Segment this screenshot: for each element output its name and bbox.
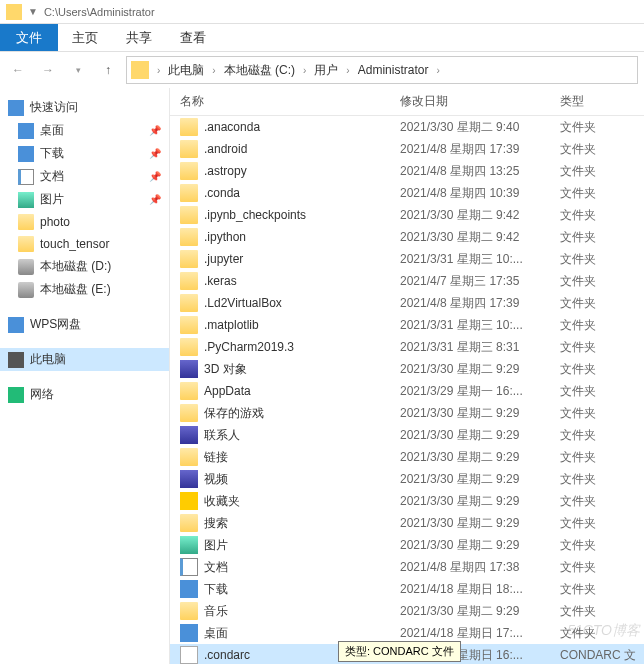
file-row[interactable]: 视频2021/3/30 星期二 9:29文件夹 [170, 468, 644, 490]
col-type[interactable]: 类型 [560, 93, 644, 110]
file-date: 2021/3/30 星期二 9:42 [400, 229, 560, 246]
menu-share[interactable]: 共享 [112, 24, 166, 51]
sidebar-item[interactable]: 本地磁盘 (D:) [0, 255, 169, 278]
sidebar-item[interactable]: photo [0, 211, 169, 233]
file-row[interactable]: .matplotlib2021/3/31 星期三 10:...文件夹 [170, 314, 644, 336]
file-row[interactable]: 收藏夹2021/3/30 星期二 9:29文件夹 [170, 490, 644, 512]
back-button[interactable]: ← [6, 58, 30, 82]
chevron-right-icon[interactable]: › [301, 65, 308, 76]
file-type: 文件夹 [560, 559, 596, 576]
file-type: 文件夹 [560, 273, 596, 290]
file-row[interactable]: .astropy2021/4/8 星期四 13:25文件夹 [170, 160, 644, 182]
file-date: 2021/4/18 星期日 18:... [400, 581, 560, 598]
file-name: 联系人 [204, 427, 400, 444]
menubar: 文件 主页 共享 查看 [0, 24, 644, 52]
sidebar-item[interactable]: 桌面📌 [0, 119, 169, 142]
file-icon [180, 228, 198, 246]
file-date: 2021/3/30 星期二 9:29 [400, 515, 560, 532]
sidebar-network[interactable]: 网络 [0, 383, 169, 406]
breadcrumb[interactable]: › 此电脑 › 本地磁盘 (C:) › 用户 › Administrator › [126, 56, 638, 84]
col-name[interactable]: 名称 [170, 93, 400, 110]
item-icon [18, 282, 34, 298]
up-button[interactable]: ↑ [96, 58, 120, 82]
file-row[interactable]: AppData2021/3/29 星期一 16:...文件夹 [170, 380, 644, 402]
file-date: 2021/3/30 星期二 9:42 [400, 207, 560, 224]
bc-seg[interactable]: 用户 [310, 62, 342, 79]
menu-home[interactable]: 主页 [58, 24, 112, 51]
menu-file[interactable]: 文件 [0, 24, 58, 51]
sidebar-wps[interactable]: WPS网盘 [0, 313, 169, 336]
chevron-right-icon[interactable]: › [155, 65, 162, 76]
sidebar-label: 网络 [30, 386, 54, 403]
file-row[interactable]: .keras2021/4/7 星期三 17:35文件夹 [170, 270, 644, 292]
sidebar-item-label: 本地磁盘 (E:) [40, 281, 111, 298]
file-row[interactable]: 联系人2021/3/30 星期二 9:29文件夹 [170, 424, 644, 446]
sidebar-item[interactable]: touch_tensor [0, 233, 169, 255]
watermark: 51CTO博客 [567, 622, 640, 640]
file-name: 搜索 [204, 515, 400, 532]
sidebar-item[interactable]: 本地磁盘 (E:) [0, 278, 169, 301]
file-row[interactable]: .ipython2021/3/30 星期二 9:42文件夹 [170, 226, 644, 248]
file-icon [180, 382, 198, 400]
sidebar-item[interactable]: 文档📌 [0, 165, 169, 188]
column-headers[interactable]: 名称 修改日期 类型 [170, 88, 644, 116]
chevron-right-icon[interactable]: › [434, 65, 441, 76]
file-icon [180, 514, 198, 532]
file-type: 文件夹 [560, 427, 596, 444]
sidebar-item[interactable]: 下载📌 [0, 142, 169, 165]
file-row[interactable]: 文档2021/4/8 星期四 17:38文件夹 [170, 556, 644, 578]
file-icon [180, 558, 198, 576]
file-row[interactable]: 搜索2021/3/30 星期二 9:29文件夹 [170, 512, 644, 534]
file-row[interactable]: 图片2021/3/30 星期二 9:29文件夹 [170, 534, 644, 556]
file-name: .PyCharm2019.3 [204, 340, 400, 354]
file-type: 文件夹 [560, 251, 596, 268]
titlebar: ▼ C:\Users\Administrator [0, 0, 644, 24]
file-date: 2021/4/18 星期日 17:... [400, 625, 560, 642]
file-date: 2021/3/30 星期二 9:29 [400, 361, 560, 378]
item-icon [18, 123, 34, 139]
bc-seg[interactable]: Administrator [354, 63, 433, 77]
file-row[interactable]: .ipynb_checkpoints2021/3/30 星期二 9:42文件夹 [170, 204, 644, 226]
col-date[interactable]: 修改日期 [400, 93, 560, 110]
file-date: 2021/3/31 星期三 8:31 [400, 339, 560, 356]
file-type: 文件夹 [560, 229, 596, 246]
file-row[interactable]: 保存的游戏2021/3/30 星期二 9:29文件夹 [170, 402, 644, 424]
file-row[interactable]: 链接2021/3/30 星期二 9:29文件夹 [170, 446, 644, 468]
pin-icon: 📌 [149, 171, 161, 182]
file-row[interactable]: .android2021/4/8 星期四 17:39文件夹 [170, 138, 644, 160]
chevron-right-icon[interactable]: › [210, 65, 217, 76]
bc-seg[interactable]: 本地磁盘 (C:) [220, 62, 299, 79]
file-type: 文件夹 [560, 361, 596, 378]
file-name: .jupyter [204, 252, 400, 266]
forward-button[interactable]: → [36, 58, 60, 82]
file-icon [180, 162, 198, 180]
file-row[interactable]: .jupyter2021/3/31 星期三 10:...文件夹 [170, 248, 644, 270]
file-name: .android [204, 142, 400, 156]
file-row[interactable]: 音乐2021/3/30 星期二 9:29文件夹 [170, 600, 644, 622]
file-type: CONDARC 文 [560, 647, 636, 664]
sidebar-quick-access[interactable]: 快速访问 [0, 96, 169, 119]
sidebar-item[interactable]: 图片📌 [0, 188, 169, 211]
bc-seg[interactable]: 此电脑 [164, 62, 208, 79]
file-icon [180, 360, 198, 378]
file-row[interactable]: 3D 对象2021/3/30 星期二 9:29文件夹 [170, 358, 644, 380]
recent-button[interactable]: ▾ [66, 58, 90, 82]
file-row[interactable]: .anaconda2021/3/30 星期二 9:40文件夹 [170, 116, 644, 138]
file-icon [180, 580, 198, 598]
file-date: 2021/3/31 星期三 10:... [400, 317, 560, 334]
file-icon [180, 426, 198, 444]
file-icon [180, 624, 198, 642]
file-row[interactable]: 下载2021/4/18 星期日 18:...文件夹 [170, 578, 644, 600]
file-type: 文件夹 [560, 471, 596, 488]
chevron-right-icon[interactable]: › [344, 65, 351, 76]
file-date: 2021/3/30 星期二 9:29 [400, 405, 560, 422]
file-icon [180, 272, 198, 290]
down-icon[interactable]: ▼ [28, 6, 38, 17]
file-row[interactable]: .Ld2VirtualBox2021/4/8 星期四 17:39文件夹 [170, 292, 644, 314]
file-row[interactable]: .PyCharm2019.32021/3/31 星期三 8:31文件夹 [170, 336, 644, 358]
folder-icon [6, 4, 22, 20]
file-row[interactable]: .conda2021/4/8 星期四 10:39文件夹 [170, 182, 644, 204]
sidebar-this-pc[interactable]: 此电脑 [0, 348, 169, 371]
menu-view[interactable]: 查看 [166, 24, 220, 51]
file-type: 文件夹 [560, 163, 596, 180]
